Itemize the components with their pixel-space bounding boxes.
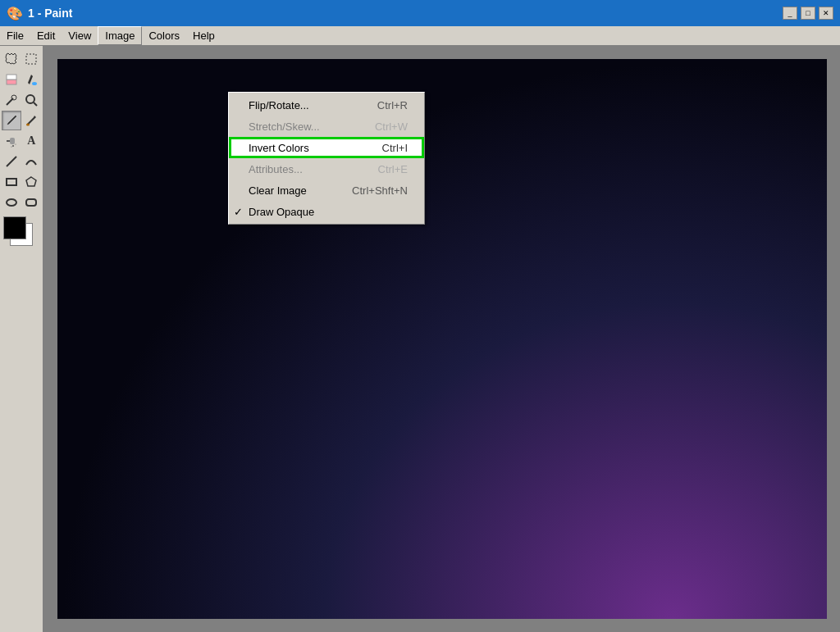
pencil-icon	[5, 114, 18, 127]
tool-eraser[interactable]	[2, 70, 21, 89]
menu-help[interactable]: Help	[186, 26, 221, 45]
invert-colors-label: Invert Colors	[249, 142, 309, 154]
menu-item-invert-colors[interactable]: Invert Colors Ctrl+I	[229, 137, 424, 158]
tool-polygon[interactable]	[22, 172, 42, 192]
tool-rectangle[interactable]	[2, 172, 21, 192]
close-button[interactable]: ✕	[819, 7, 833, 20]
polygon-icon	[25, 175, 38, 189]
tool-row-7	[2, 172, 41, 192]
svg-line-7	[34, 102, 37, 106]
title-bar: 🎨 1 - Paint _ □ ✕	[0, 0, 840, 26]
attributes-label: Attributes...	[249, 163, 303, 175]
select-free-icon	[5, 52, 18, 66]
draw-opaque-check: ✓	[234, 206, 243, 218]
app-icon: 🎨	[7, 6, 23, 21]
pick-color-icon	[5, 93, 18, 107]
svg-point-17	[7, 199, 16, 206]
eraser-icon	[5, 73, 18, 86]
svg-point-5	[11, 95, 16, 100]
text-tool-label: A	[27, 134, 35, 148]
color-preview	[3, 216, 39, 252]
tool-rounded-rect[interactable]	[22, 193, 42, 212]
tool-airbrush[interactable]	[2, 131, 21, 151]
svg-rect-0	[26, 54, 36, 64]
svg-rect-18	[26, 199, 36, 206]
menu-item-flip-rotate[interactable]: Flip/Rotate... Ctrl+R	[229, 94, 424, 116]
tool-pencil[interactable]	[2, 111, 21, 130]
tool-brush[interactable]	[22, 111, 42, 130]
menu-colors[interactable]: Colors	[142, 26, 186, 45]
svg-rect-9	[10, 138, 15, 144]
tool-row-3	[2, 90, 41, 110]
airbrush-icon	[5, 134, 18, 148]
menu-item-draw-opaque[interactable]: ✓ Draw Opaque	[229, 201, 424, 222]
flip-rotate-label: Flip/Rotate...	[249, 99, 309, 111]
canvas-area[interactable]: Flip/Rotate... Ctrl+R Stretch/Skew... Ct…	[44, 46, 840, 632]
curve-icon	[25, 155, 38, 168]
svg-marker-16	[26, 177, 36, 186]
tool-ellipse[interactable]	[2, 193, 21, 212]
svg-point-12	[15, 144, 16, 145]
fill-icon	[25, 73, 38, 86]
clear-image-shortcut: Ctrl+Shft+N	[352, 184, 408, 197]
tool-row-4	[2, 111, 41, 130]
tool-pick-color[interactable]	[2, 90, 21, 110]
svg-point-8	[26, 124, 30, 126]
select-rect-icon	[25, 52, 38, 66]
toolbar: A	[0, 46, 44, 632]
tool-magnifier[interactable]	[22, 90, 42, 110]
paint-canvas[interactable]	[57, 59, 827, 619]
svg-rect-1	[7, 80, 16, 84]
svg-point-13	[11, 147, 11, 148]
tool-line[interactable]	[2, 152, 21, 171]
menu-item-stretch-skew[interactable]: Stretch/Skew... Ctrl+W	[229, 116, 424, 137]
magnifier-icon	[25, 93, 38, 107]
tool-curve[interactable]	[22, 152, 42, 171]
image-dropdown-menu: Flip/Rotate... Ctrl+R Stretch/Skew... Ct…	[228, 92, 425, 225]
foreground-color-box[interactable]	[3, 216, 26, 239]
tool-row-5: A	[2, 131, 41, 151]
svg-point-11	[12, 145, 14, 147]
flip-rotate-shortcut: Ctrl+R	[377, 99, 408, 111]
tool-fill[interactable]	[22, 70, 42, 89]
ellipse-icon	[5, 196, 18, 209]
stretch-skew-shortcut: Ctrl+W	[375, 120, 408, 133]
svg-rect-15	[7, 179, 16, 185]
app-title: 1 - Paint	[28, 7, 72, 20]
svg-line-14	[7, 157, 16, 166]
minimize-button[interactable]: _	[783, 7, 797, 20]
stretch-skew-label: Stretch/Skew...	[249, 120, 320, 133]
clear-image-label: Clear Image	[249, 184, 307, 197]
rectangle-icon	[5, 175, 18, 189]
svg-rect-2	[7, 75, 16, 80]
brush-icon	[25, 114, 38, 127]
attributes-shortcut: Ctrl+E	[378, 163, 408, 175]
line-icon	[5, 155, 18, 168]
maximize-button[interactable]: □	[801, 7, 815, 20]
draw-opaque-label: Draw Opaque	[249, 206, 314, 218]
tool-select-free[interactable]	[2, 49, 21, 69]
svg-point-6	[26, 95, 34, 103]
tool-row-2	[2, 70, 41, 89]
menu-bar: File Edit View Image Colors Help	[0, 26, 840, 46]
menu-item-attributes[interactable]: Attributes... Ctrl+E	[229, 158, 424, 180]
main-layout: A	[0, 46, 840, 632]
tool-row-6	[2, 152, 41, 171]
tool-row-8	[2, 193, 41, 212]
svg-point-3	[32, 82, 37, 85]
tool-text[interactable]: A	[22, 131, 42, 151]
menu-image[interactable]: Image	[98, 26, 142, 45]
menu-view[interactable]: View	[62, 26, 98, 45]
tool-select-rect[interactable]	[22, 49, 42, 69]
rounded-rect-icon	[25, 196, 38, 209]
menu-item-clear-image[interactable]: Clear Image Ctrl+Shft+N	[229, 180, 424, 201]
tool-row-1	[2, 49, 41, 69]
invert-colors-shortcut: Ctrl+I	[382, 142, 408, 154]
menu-file[interactable]: File	[0, 26, 30, 45]
menu-edit[interactable]: Edit	[30, 26, 62, 45]
